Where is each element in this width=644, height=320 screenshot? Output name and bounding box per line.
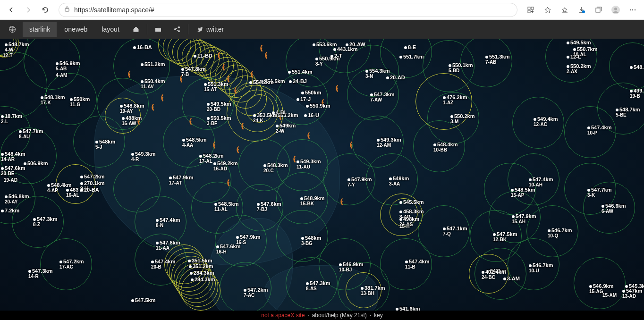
ground-station-icon xyxy=(263,51,272,60)
satellite-label: 20-BA xyxy=(80,187,99,193)
satellite-label: 548.5km15-AP xyxy=(511,187,535,198)
svg-point-8 xyxy=(630,9,631,10)
satellite-label: 458.3km3-AP xyxy=(399,209,424,220)
profile-icon[interactable] xyxy=(608,2,623,17)
svg-rect-5 xyxy=(596,8,600,12)
back-button[interactable] xyxy=(4,2,19,17)
satellite-label: 549.5km xyxy=(567,40,591,45)
satellite-label: 548.7km5-BE xyxy=(616,107,640,118)
satellite-label: 549km3-AA xyxy=(389,176,409,187)
satellite-label: 546.7km10-Q xyxy=(548,227,572,239)
satellite-map[interactable]: 548.7km4-W12-T546.9km5-AB4-AM548.1km17-K… xyxy=(0,39,644,311)
satellite-label: 476.2km1-AZ xyxy=(443,94,467,106)
globe-icon[interactable] xyxy=(3,22,22,37)
nav-layout[interactable]: layout xyxy=(95,22,126,37)
satellite-label: 443.1km xyxy=(333,46,357,52)
satellite-label: 18.7km2-L xyxy=(1,113,22,125)
satellite-label: 547.7km8-AU xyxy=(19,128,43,140)
satellite-label: 547.1km7-Q xyxy=(443,226,467,237)
satellite-label: 547km13-AD xyxy=(622,288,642,299)
satellite-label: 547.4km10-AH xyxy=(529,177,553,188)
url-text: https://satellitemap.space/# xyxy=(74,6,512,14)
satellite-label: 551.3km7-AB xyxy=(485,54,509,65)
satellite-label: 546.9km5-AB xyxy=(56,60,80,72)
ground-station-icon xyxy=(347,141,357,150)
satellite-label: 402.4km24-BC xyxy=(482,269,506,280)
footer: not a spaceX site · about/help (May 21st… xyxy=(0,311,644,320)
satellite-label: 550.2km3-M xyxy=(450,113,475,125)
folder-icon[interactable] xyxy=(149,22,167,36)
satellite-label: 547.9km7-Y xyxy=(347,177,372,188)
footer-disclaimer: not a spaceX site xyxy=(261,312,305,319)
satellite-label: 547.9km15-AH xyxy=(512,213,536,225)
nav-starlink[interactable]: starlink xyxy=(23,22,57,37)
svg-rect-2 xyxy=(531,7,534,9)
refresh-button[interactable] xyxy=(38,2,53,17)
ground-station-icon xyxy=(338,197,347,207)
satellite-label: 550.7km10-AL xyxy=(573,46,597,58)
favorites-bar-icon[interactable] xyxy=(557,2,572,17)
nav-separator xyxy=(147,24,147,34)
satellite-label: 17-J xyxy=(297,96,311,102)
satellite-label: 19-AD xyxy=(4,177,17,183)
nav-oneweb[interactable]: oneweb xyxy=(58,22,94,37)
satellite-label: 506.9km xyxy=(24,160,48,166)
twitter-icon xyxy=(197,26,203,33)
satellite-label: 547.5km12-BK xyxy=(493,231,517,243)
home-icon[interactable] xyxy=(127,22,145,36)
satellite-label: 548.1 xyxy=(630,64,644,70)
satellite-label: 12-T xyxy=(3,53,13,59)
footer-key-link[interactable]: key xyxy=(374,312,383,319)
svg-point-10 xyxy=(635,9,636,10)
satellite-label: 545.5km xyxy=(399,199,424,205)
landmass xyxy=(94,76,340,265)
nav-twitter-label: twitter xyxy=(206,25,224,33)
satellite-label: 11-BD xyxy=(194,53,212,59)
satellite-label: 546.8km20-AY xyxy=(5,194,29,205)
satellite-label: 547.7km3-K xyxy=(587,187,611,198)
ground-station-icon xyxy=(258,44,267,53)
satellite-label: 547km xyxy=(486,268,506,274)
satellite-label: 8-E xyxy=(404,44,416,50)
share-icon[interactable] xyxy=(168,22,186,36)
app-nav: starlink oneweb layout twitter xyxy=(0,20,644,39)
svg-point-9 xyxy=(632,9,633,10)
url-bar[interactable]: https://satellitemap.space/# xyxy=(59,3,517,17)
satellite-label: 550.9km xyxy=(306,103,330,109)
satellite-label: 549.4km12-AC xyxy=(534,116,558,127)
favorite-icon[interactable] xyxy=(540,2,555,17)
collections-icon[interactable] xyxy=(591,2,606,17)
satellite-label: 551.2km xyxy=(141,61,165,67)
satellite-label: 15-AM xyxy=(602,293,617,298)
satellite-label: 548.4km4-AP xyxy=(47,182,71,194)
more-icon[interactable] xyxy=(625,2,640,17)
satellite-label: 548.4km10-BB xyxy=(433,142,458,153)
satellite-label: 463 A16-AL xyxy=(66,187,84,198)
satellite-label: 546.9km15-AG xyxy=(589,283,613,295)
satellite-label: 7.2km xyxy=(1,208,19,213)
satellite-label: 547.4km10-P xyxy=(587,125,611,136)
lock-icon xyxy=(64,6,70,14)
satellite-label: 547.6km20-BE xyxy=(1,165,25,177)
browser-chrome: https://satellitemap.space/# xyxy=(0,0,644,20)
svg-point-14 xyxy=(178,30,180,32)
satellite-label: 550km xyxy=(301,90,321,95)
forward-button[interactable] xyxy=(21,2,36,17)
satellite-label: 547.4km20-B xyxy=(151,259,175,270)
satellite-label: 550.9km8-Y xyxy=(315,56,339,67)
svg-point-13 xyxy=(178,26,180,28)
satellite-label: 2-T xyxy=(330,53,342,59)
satellite-label: 547.3km7-AW xyxy=(370,92,394,103)
satellite-label: 541.6km xyxy=(396,306,420,311)
extensions-icon[interactable] xyxy=(523,2,538,17)
satellite-label: 549.3km12-AM xyxy=(377,137,401,148)
nav-twitter[interactable]: twitter xyxy=(190,22,230,37)
footer-about-link[interactable]: about/help (May 21st) xyxy=(312,312,367,319)
satellite-label: 16-BA xyxy=(133,44,152,50)
downloads-icon[interactable] xyxy=(574,2,589,17)
nav-separator xyxy=(188,24,188,34)
satellite-label: 4-AM xyxy=(56,73,67,78)
svg-point-4 xyxy=(582,10,585,13)
satellite-label: 545.3km xyxy=(625,283,644,289)
satellite-label: 547.5km xyxy=(131,297,155,303)
